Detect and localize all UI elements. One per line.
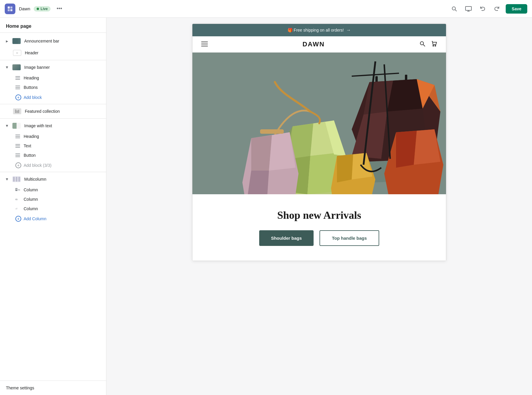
add-block-button[interactable]: + Add block <box>0 92 106 103</box>
sidebar-item-multicolumn[interactable]: ▶ Multicolumn <box>0 173 106 185</box>
featured-section-preview: Shop new Arrivals Shoulder bags Top hand… <box>192 194 446 261</box>
column2-icon: IG <box>15 197 20 202</box>
divider-2 <box>0 104 106 104</box>
sidebar-item-image-with-text[interactable]: ▶ Image with text <box>0 120 106 132</box>
add-block-3-3-label: Add block (3/3) <box>24 163 51 168</box>
column1-icon: FIN <box>15 187 20 192</box>
svg-marker-53 <box>337 154 353 182</box>
desktop-view-button[interactable] <box>463 4 474 14</box>
shoulder-bags-button[interactable]: Shoulder bags <box>259 230 314 246</box>
live-label: Live <box>40 7 48 11</box>
hero-image-preview <box>192 53 446 194</box>
header-thumbnail: H <box>13 50 21 56</box>
svg-rect-10 <box>17 110 18 113</box>
column3-icon: ⏎ <box>15 206 20 211</box>
sidebar-item-featured-collection[interactable]: Featured collection <box>0 105 106 117</box>
svg-rect-3 <box>10 9 12 11</box>
lines-icon-heading2 <box>15 135 20 138</box>
expand-icon-image-banner: ▶ <box>6 66 9 68</box>
header-search-icon[interactable] <box>419 41 425 48</box>
app-icon <box>5 4 15 14</box>
svg-marker-49 <box>396 131 417 168</box>
divider-3 <box>0 118 106 119</box>
svg-text:FIN: FIN <box>18 189 20 191</box>
heading2-label: Heading <box>24 134 39 139</box>
image-banner-thumbnail <box>12 64 21 70</box>
svg-rect-47 <box>260 129 284 134</box>
text-label: Text <box>24 143 31 148</box>
sidebar-subitem-text[interactable]: Text <box>0 141 106 151</box>
add-column-label: Add Column <box>24 216 46 221</box>
add-column-button[interactable]: + Add Column <box>0 213 106 224</box>
svg-rect-2 <box>8 9 10 11</box>
live-badge: Live <box>34 6 51 12</box>
svg-point-23 <box>433 45 434 46</box>
add-block-label: Add block <box>24 95 42 100</box>
svg-line-22 <box>423 45 425 46</box>
sidebar-page-title: Home page <box>0 18 106 33</box>
sidebar-item-announcement-bar[interactable]: ▶ Announcement bar <box>0 35 106 47</box>
announcement-thumbnail <box>12 38 21 44</box>
redo-button[interactable] <box>492 4 502 14</box>
sidebar-subitem-heading2[interactable]: Heading <box>0 132 106 141</box>
divider-1 <box>0 60 106 60</box>
undo-button[interactable] <box>477 4 488 14</box>
sidebar-subitem-buttons[interactable]: Buttons <box>0 83 106 92</box>
featured-collection-label: Featured collection <box>25 109 60 114</box>
announcement-arrow: → <box>346 27 351 33</box>
sidebar-item-header[interactable]: H Header <box>0 47 106 59</box>
svg-marker-44 <box>251 135 272 171</box>
lines-icon-heading <box>15 76 20 80</box>
image-with-text-thumbnail <box>12 123 21 129</box>
column3-label: Column <box>24 206 38 211</box>
svg-rect-0 <box>8 6 10 9</box>
more-options-button[interactable]: ••• <box>54 4 64 13</box>
heading-label: Heading <box>24 76 39 80</box>
save-button[interactable]: Save <box>506 4 527 14</box>
live-dot <box>37 8 39 10</box>
expand-icon-announcement: ▶ <box>6 40 8 43</box>
svg-point-24 <box>435 45 436 46</box>
svg-text:IG: IG <box>15 198 18 200</box>
add-block-3-3-button[interactable]: + Add block (3/3) <box>0 160 106 171</box>
sidebar-subitem-button[interactable]: Button <box>0 151 106 160</box>
hamburger-icon[interactable] <box>201 41 208 48</box>
sidebar-subitem-column2[interactable]: IG Column <box>0 195 106 204</box>
lines-icon-text <box>15 144 20 148</box>
announcement-bar-preview: 🎁 Free shipping on all orders! → <box>192 24 446 36</box>
sidebar-item-image-banner[interactable]: ▶ Image banner <box>0 61 106 73</box>
expand-icon-multicolumn: ▶ <box>6 178 9 180</box>
svg-rect-9 <box>15 110 16 113</box>
image-banner-label: Image banner <box>24 65 50 70</box>
header-icons <box>419 41 437 48</box>
top-handle-bags-button[interactable]: Top handle bags <box>319 230 379 246</box>
preview-frame: 🎁 Free shipping on all orders! → DAWN <box>192 24 446 261</box>
svg-point-4 <box>452 7 455 10</box>
store-name-label: Dawn <box>19 6 30 11</box>
svg-rect-6 <box>466 6 471 10</box>
theme-settings-label: Theme settings <box>6 386 34 390</box>
sidebar-subitem-heading[interactable]: Heading <box>0 73 106 83</box>
topbar-right: Save <box>449 4 527 14</box>
preview-area: 🎁 Free shipping on all orders! → DAWN <box>106 18 532 395</box>
sidebar-subitem-column3[interactable]: ⏎ Column <box>0 204 106 213</box>
svg-marker-31 <box>387 79 423 112</box>
sidebar: Home page ▶ Announcement bar H Header ▶ <box>0 18 106 395</box>
header-cart-icon[interactable] <box>431 41 437 48</box>
featured-buttons: Shoulder bags Top handle bags <box>204 230 434 246</box>
search-button[interactable] <box>449 4 460 14</box>
add-column-plus-icon: + <box>15 216 21 222</box>
svg-text:⏎: ⏎ <box>15 208 17 210</box>
sidebar-subitem-column1[interactable]: FIN Column <box>0 185 106 195</box>
buttons-label: Buttons <box>24 85 38 90</box>
multicolumn-thumbnail <box>12 176 21 182</box>
announcement-bar-label: Announcement bar <box>24 39 59 43</box>
divider-4 <box>0 172 106 172</box>
svg-rect-1 <box>10 6 12 9</box>
lines-icon-button <box>15 154 20 157</box>
theme-settings-footer[interactable]: Theme settings <box>0 381 106 395</box>
add-block-plus-icon: + <box>15 94 21 100</box>
lines-icon-buttons <box>15 86 20 89</box>
store-header-preview: DAWN <box>192 36 446 53</box>
featured-thumbnail <box>13 108 21 114</box>
